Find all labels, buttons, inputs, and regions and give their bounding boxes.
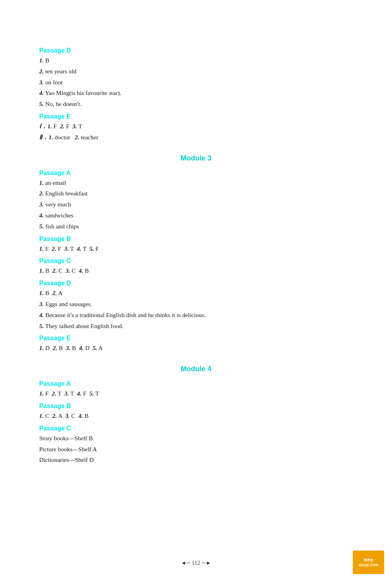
module3-passage-a: Passage A 1. an email 2. English breakfa…	[39, 170, 353, 232]
module3-passage-d: Passage D 1. B 2. A 3. Eggs and sausages…	[39, 280, 353, 331]
passage-b2-heading: Passage B	[39, 403, 353, 410]
module3-title: Module 3	[39, 154, 353, 162]
passage-a-heading: Passage A	[39, 170, 353, 177]
watermark-text: 营养盒	[364, 558, 373, 562]
answer-line: Picture books—Shelf A	[39, 445, 353, 454]
passage-c-heading: Passage C	[39, 257, 353, 264]
module2-passage-d: Passage D 1. B 2. ten years old 3. on fo…	[39, 47, 353, 109]
right-arrow-icon: ─►	[202, 560, 211, 566]
watermark-domain: MXQE.COM	[359, 563, 378, 567]
answer-line: 1. an email	[39, 178, 353, 188]
passage-a2-heading: Passage A	[39, 380, 353, 387]
answer-line: 5. They talked about English food.	[39, 321, 353, 331]
passage-c2-heading: Passage C	[39, 425, 353, 432]
answer-line: Dictionaries—Shelf D	[39, 455, 353, 465]
answer-line: Story books—Shelf B	[39, 434, 353, 443]
module2-passage-e: Passage E Ⅰ．1. F 2. F 3. T Ⅱ．1. doctor 2…	[39, 113, 353, 142]
passage-e2-heading: Passage E	[39, 335, 353, 342]
answer-line: Ⅰ．1. F 2. F 3. T	[39, 122, 353, 131]
passage-d-heading: Passage D	[39, 47, 353, 54]
answer-line: 4. sandwiches	[39, 211, 353, 221]
answer-line: 3. very much	[39, 200, 353, 210]
module3-passage-e: Passage E 1. D 2. B 3. B 4. D 5. A	[39, 335, 353, 353]
module4-title: Module 4	[39, 365, 353, 373]
answer-line: 1. B 2. A	[39, 288, 353, 298]
module4-passage-b: Passage B 1. C 2. A 3. C 4. B	[39, 403, 353, 421]
answer-line: 1. B 2. C 3. C 4. B	[39, 266, 353, 276]
passage-d2-heading: Passage D	[39, 280, 353, 287]
module4-passage-a: Passage A 1. F 2. T 3. T 4. F 5. T	[39, 380, 353, 399]
passage-e-heading: Passage E	[39, 113, 353, 120]
answer-line: 2. English breakfast	[39, 189, 353, 199]
left-arrow-icon: ◄─	[181, 560, 190, 566]
page-footer: ◄─ 112 ─►	[0, 560, 392, 566]
page-number: 112	[192, 560, 200, 566]
answer-line: 4. Because it's a traditional English di…	[39, 310, 353, 320]
answer-line: 3. Eggs and sausages.	[39, 299, 353, 309]
passage-b-heading: Passage B	[39, 235, 353, 243]
module3-passage-b: Passage B 1. F 2. F 3. T 4. T 5. F	[39, 235, 353, 254]
answer-line: 1. D 2. B 3. B 4. D 5. A	[39, 343, 353, 353]
answer-line: 4. Yao Ming(is his favourite star).	[39, 88, 353, 98]
module4-passage-c: Passage C Story books—Shelf B Picture bo…	[39, 425, 353, 465]
answer-line: 5. No, he doesn't.	[39, 99, 353, 109]
watermark: 营养盒 MXQE.COM	[353, 551, 384, 574]
answer-line: 1. C 2. A 3. C 4. B	[39, 411, 353, 421]
answer-line: 1. F 2. F 3. T 4. T 5. F	[39, 244, 353, 254]
answer-line: 5. fish and chips	[39, 222, 353, 232]
answer-line: 2. ten years old	[39, 67, 353, 77]
answer-line: 3. on foot	[39, 78, 353, 88]
answer-line: Ⅱ．1. doctor 2. teacher	[39, 133, 353, 142]
module3-passage-c: Passage C 1. B 2. C 3. C 4. B	[39, 257, 353, 276]
answer-line: 1. B	[39, 56, 353, 66]
answer-line: 1. F 2. T 3. T 4. F 5. T	[39, 389, 353, 399]
